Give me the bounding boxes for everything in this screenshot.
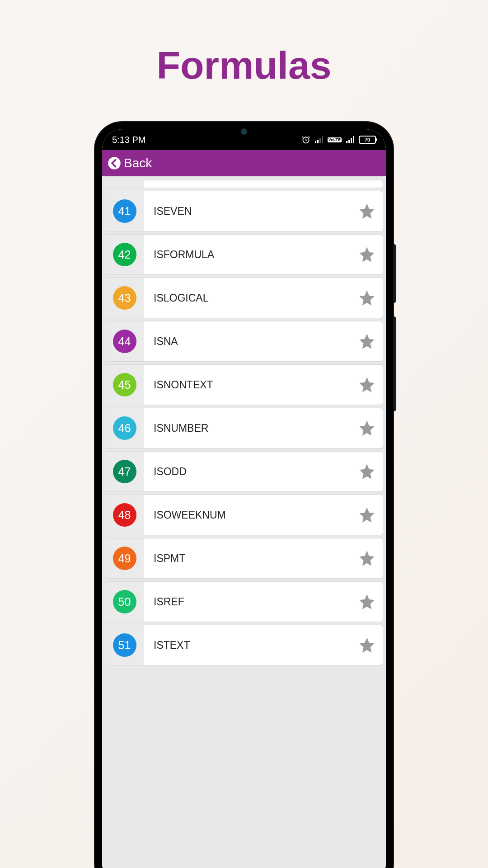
- back-button[interactable]: Back: [124, 156, 152, 170]
- number-badge: 44: [113, 330, 136, 353]
- number-badge: 43: [113, 286, 136, 310]
- list-item-partial: [105, 180, 383, 188]
- phone-frame: 5:13 PM VoLTE 70 Back 41ISEVEN42ISFORMUL…: [95, 122, 393, 868]
- favorite-button[interactable]: [351, 245, 383, 264]
- number-cell: 51: [105, 625, 144, 665]
- status-time: 5:13 PM: [112, 135, 145, 145]
- formula-name: ISLOGICAL: [144, 292, 351, 304]
- number-badge: 42: [113, 243, 136, 266]
- star-icon: [358, 289, 376, 307]
- favorite-button[interactable]: [351, 506, 383, 524]
- favorite-button[interactable]: [351, 636, 383, 654]
- favorite-button[interactable]: [351, 419, 383, 437]
- list-item[interactable]: 47ISODD: [105, 451, 383, 492]
- signal-icon: [315, 136, 323, 143]
- star-icon: [358, 462, 376, 481]
- formula-name: ISODD: [144, 466, 351, 478]
- favorite-button[interactable]: [351, 202, 383, 220]
- alarm-icon: [301, 135, 310, 144]
- signal-icon: [346, 136, 354, 143]
- formula-name: ISEVEN: [144, 205, 351, 217]
- number-badge: 46: [113, 416, 136, 440]
- favorite-button[interactable]: [351, 376, 383, 394]
- number-badge: 41: [113, 199, 136, 223]
- list-item[interactable]: 50ISREF: [105, 581, 383, 622]
- formula-list[interactable]: 41ISEVEN42ISFORMULA43ISLOGICAL44ISNA45IS…: [102, 176, 386, 868]
- number-cell: 43: [105, 278, 144, 318]
- number-badge: 49: [113, 547, 136, 570]
- number-badge: 51: [113, 633, 136, 657]
- list-item[interactable]: 41ISEVEN: [105, 191, 383, 231]
- list-item[interactable]: 44ISNA: [105, 321, 383, 362]
- star-icon: [358, 593, 376, 611]
- formula-name: ISFORMULA: [144, 249, 351, 261]
- formula-name: ISTEXT: [144, 639, 351, 651]
- number-cell: 44: [105, 321, 144, 361]
- lte-badge: VoLTE: [328, 137, 342, 142]
- page-title: Formulas: [0, 43, 488, 88]
- list-item[interactable]: 49ISPMT: [105, 538, 383, 579]
- number-cell: 48: [105, 495, 144, 535]
- star-icon: [358, 636, 376, 654]
- notch: [199, 122, 289, 138]
- list-item[interactable]: 45ISNONTEXT: [105, 364, 383, 405]
- star-icon: [358, 506, 376, 524]
- back-icon[interactable]: [108, 156, 121, 170]
- formula-name: ISNUMBER: [144, 422, 351, 434]
- number-cell: 47: [105, 452, 144, 491]
- list-item[interactable]: 42ISFORMULA: [105, 234, 383, 275]
- side-button: [393, 244, 396, 303]
- list-item[interactable]: 51ISTEXT: [105, 625, 383, 665]
- favorite-button[interactable]: [351, 332, 383, 350]
- battery-icon: 70: [359, 136, 376, 144]
- formula-name: ISNONTEXT: [144, 379, 351, 391]
- favorite-button[interactable]: [351, 593, 383, 611]
- star-icon: [358, 419, 376, 437]
- favorite-button[interactable]: [351, 289, 383, 307]
- number-cell: 41: [105, 191, 144, 231]
- number-cell: 46: [105, 408, 144, 448]
- favorite-button[interactable]: [351, 549, 383, 567]
- screen: 5:13 PM VoLTE 70 Back 41ISEVEN42ISFORMUL…: [102, 129, 386, 868]
- star-icon: [358, 245, 376, 264]
- side-button: [393, 316, 396, 411]
- number-badge: 47: [113, 460, 136, 483]
- number-badge: 48: [113, 503, 136, 527]
- formula-name: ISNA: [144, 335, 351, 348]
- number-badge: 50: [113, 590, 136, 613]
- number-cell: 49: [105, 538, 144, 578]
- list-item[interactable]: 46ISNUMBER: [105, 408, 383, 448]
- number-cell: 45: [105, 365, 144, 405]
- formula-name: ISPMT: [144, 552, 351, 565]
- star-icon: [358, 332, 376, 350]
- svg-point-1: [108, 157, 121, 170]
- star-icon: [358, 376, 376, 394]
- star-icon: [358, 202, 376, 220]
- number-cell: 50: [105, 582, 144, 622]
- formula-name: ISREF: [144, 596, 351, 608]
- star-icon: [358, 549, 376, 567]
- formula-name: ISOWEEKNUM: [144, 509, 351, 521]
- list-item[interactable]: 43ISLOGICAL: [105, 278, 383, 318]
- number-badge: 45: [113, 373, 136, 396]
- app-bar: Back: [102, 150, 386, 176]
- list-item[interactable]: 48ISOWEEKNUM: [105, 495, 383, 535]
- number-cell: 42: [105, 235, 144, 274]
- favorite-button[interactable]: [351, 462, 383, 481]
